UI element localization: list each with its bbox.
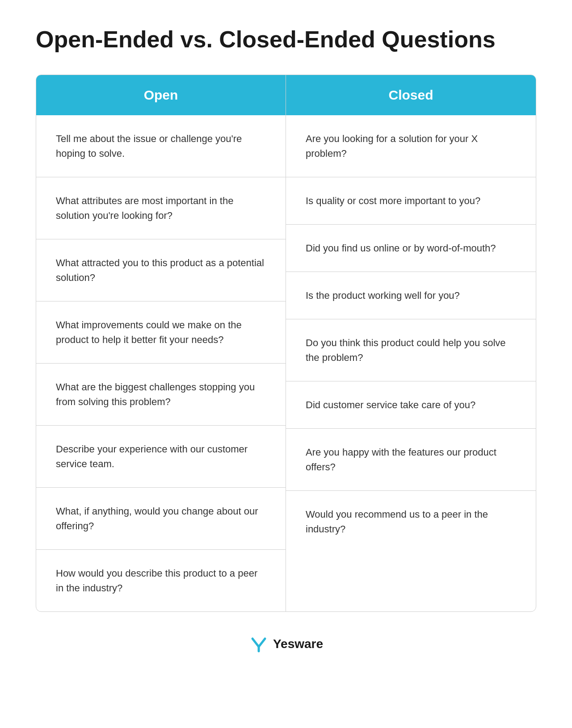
closed-header: Closed xyxy=(286,75,536,115)
open-cell: What attributes are most important in th… xyxy=(36,177,286,239)
open-header: Open xyxy=(36,75,286,115)
table-header: Open Closed xyxy=(36,75,536,115)
open-cell: What improvements could we make on the p… xyxy=(36,301,286,364)
open-cell: Tell me about the issue or challenge you… xyxy=(36,115,286,177)
closed-cell: Are you looking for a solution for your … xyxy=(286,115,536,177)
open-cell: What, if anything, would you change abou… xyxy=(36,488,286,550)
closed-cell: Would you recommend us to a peer in the … xyxy=(286,491,536,552)
table-body: Tell me about the issue or challenge you… xyxy=(36,115,536,611)
closed-cell: Is quality or cost more important to you… xyxy=(286,177,536,225)
page-title: Open-Ended vs. Closed-Ended Questions xyxy=(36,27,536,52)
page-wrapper: Open-Ended vs. Closed-Ended Questions Op… xyxy=(36,27,536,654)
open-cell: How would you describe this product to a… xyxy=(36,550,286,611)
closed-cell: Did customer service take care of you? xyxy=(286,381,536,429)
yesware-icon xyxy=(249,634,269,654)
open-column: Tell me about the issue or challenge you… xyxy=(36,115,286,611)
closed-cell: Do you think this product could help you… xyxy=(286,319,536,381)
brand-name: Yesware xyxy=(273,637,323,651)
closed-column: Are you looking for a solution for your … xyxy=(286,115,536,611)
closed-cell: Are you happy with the features our prod… xyxy=(286,429,536,491)
open-cell: What are the biggest challenges stopping… xyxy=(36,364,286,426)
closed-cell: Did you find us online or by word-of-mou… xyxy=(286,225,536,272)
open-cell: What attracted you to this product as a … xyxy=(36,239,286,301)
footer: Yesware xyxy=(36,634,536,654)
comparison-table: Open Closed Tell me about the issue or c… xyxy=(36,75,536,612)
open-cell: Describe your experience with our custom… xyxy=(36,426,286,488)
yesware-logo: Yesware xyxy=(249,634,323,654)
closed-cell: Is the product working well for you? xyxy=(286,272,536,319)
